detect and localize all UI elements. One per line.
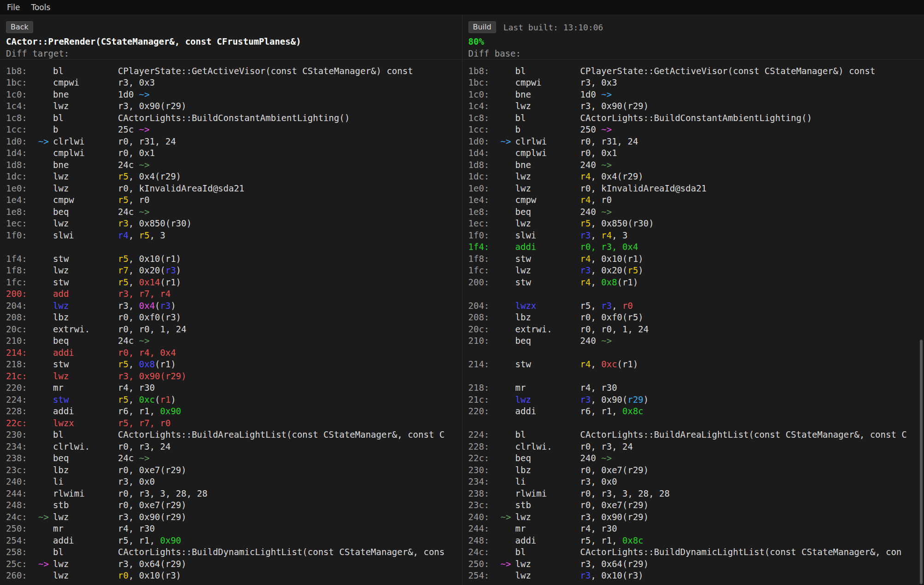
asm-operand-token: r5, r1, xyxy=(580,535,623,545)
asm-operand-token: r0, kInvalidAreaId@sda21 xyxy=(118,183,245,193)
asm-row[interactable]: 224:stwr5, 0xc(r1) xyxy=(6,394,462,405)
asm-row[interactable]: 260:lwzr0, 0x10(r3) xyxy=(6,570,462,582)
asm-row[interactable]: 1c4:lwzr3, 0x90(r29) xyxy=(6,100,462,112)
asm-row[interactable]: 1f0:slwir3, r4, 3 xyxy=(468,229,924,241)
asm-row[interactable]: 1c0:bne1d0 ~> xyxy=(468,88,924,100)
asm-row[interactable]: 1c4:lwzr3, 0x90(r29) xyxy=(468,100,924,112)
asm-row[interactable]: 218:mrr4, r30 xyxy=(468,382,924,394)
asm-row[interactable]: 214:stwr4, 0xc(r1) xyxy=(468,359,924,371)
asm-row[interactable]: 1e4:cmpwr5, r0 xyxy=(6,194,462,206)
match-percent: 80% xyxy=(468,36,484,46)
asm-row[interactable]: 24c:blCActorLights::BuildDynamicLightLis… xyxy=(468,546,924,558)
asm-row[interactable]: 1f4:stwr5, 0x10(r1) xyxy=(6,253,462,265)
asm-row[interactable]: 254:addir5, r1, 0x90 xyxy=(6,534,462,546)
asm-row[interactable]: 204:lwzxr5, r3, r0 xyxy=(468,300,924,312)
asm-operand-token: , r0 xyxy=(129,195,150,205)
asm-row[interactable]: 250:~>lwzr3, 0x64(r29) xyxy=(468,558,924,570)
asm-row[interactable]: 1ec:lwzr5, 0x850(r30) xyxy=(468,218,924,230)
asm-row[interactable]: 218:stwr5, 0x8(r1) xyxy=(6,359,462,371)
build-button[interactable]: Build xyxy=(468,21,496,33)
asm-row[interactable]: 20c:extrwi.r0, r0, 1, 24 xyxy=(6,323,462,335)
asm-row[interactable]: 1b8:blCPlayerState::GetActiveVisor(const… xyxy=(468,65,924,77)
asm-row[interactable]: 228:addir6, r1, 0x90 xyxy=(6,405,462,417)
asm-row[interactable]: 1e0:lwzr0, kInvalidAreaId@sda21 xyxy=(6,182,462,194)
asm-row[interactable]: 25c:~>lwzr3, 0x64(r29) xyxy=(6,558,462,570)
scrollbar-thumb[interactable] xyxy=(920,340,923,584)
asm-row[interactable]: 1d8:bne24c ~> xyxy=(6,159,462,171)
asm-row[interactable]: 220:addir6, r1, 0x8c xyxy=(468,405,924,417)
asm-row[interactable]: 1f0:slwir4, r5, 3 xyxy=(6,229,462,241)
asm-row[interactable]: 248:stbr0, 0xe7(r29) xyxy=(6,499,462,511)
asm-row[interactable]: 1e8:beq24c ~> xyxy=(6,206,462,218)
asm-row[interactable]: 1e0:lwzr0, kInvalidAreaId@sda21 xyxy=(468,182,924,194)
asm-row[interactable]: 1d4:cmplwir0, 0x1 xyxy=(468,147,924,159)
asm-row[interactable]: 1fc:stwr5, 0x14(r1) xyxy=(6,276,462,288)
asm-row[interactable]: 1ec:lwzr3, 0x850(r30) xyxy=(6,218,462,230)
asm-row[interactable]: 248:addir5, r1, 0x8c xyxy=(468,534,924,546)
menu-item-file[interactable]: File xyxy=(7,3,20,12)
asm-row[interactable]: 1f8:stwr4, 0x10(r1) xyxy=(468,253,924,265)
asm-row[interactable]: 1bc:cmpwir3, 0x3 xyxy=(6,77,462,89)
asm-row[interactable]: 238:rlwimir0, r3, 3, 28, 28 xyxy=(468,487,924,499)
asm-row[interactable]: 240:~>lwzr3, 0x90(r29) xyxy=(468,511,924,523)
asm-row[interactable]: 230:lbzr0, 0xe7(r29) xyxy=(468,464,924,476)
asm-row[interactable]: 240:lir3, 0x0 xyxy=(6,476,462,488)
asm-row[interactable]: 1c0:bne1d0 ~> xyxy=(6,88,462,100)
asm-row[interactable]: 230:blCActorLights::BuildAreaLightList(c… xyxy=(6,429,462,441)
asm-row[interactable]: 258:blCActorLights::BuildDynamicLightLis… xyxy=(6,546,462,558)
menu-item-tools[interactable]: Tools xyxy=(31,3,50,12)
asm-row[interactable]: 1fc:lwzr3, 0x20(r5) xyxy=(468,265,924,277)
asm-row[interactable]: 23c:stbr0, 0xe7(r29) xyxy=(468,499,924,511)
asm-operands: r5, 0x10(r1) xyxy=(118,254,181,264)
asm-row[interactable]: 1cc:b25c ~> xyxy=(6,124,462,136)
asm-operand-token: , xyxy=(591,277,601,287)
asm-row[interactable]: 20c:extrwi.r0, r0, 1, 24 xyxy=(468,323,924,335)
asm-row[interactable]: 1e4:cmpwr4, r0 xyxy=(468,194,924,206)
asm-row[interactable]: 24c:~>lwzr3, 0x90(r29) xyxy=(6,511,462,523)
asm-row[interactable]: 23c:lbzr0, 0xe7(r29) xyxy=(6,464,462,476)
asm-operand-token: ~> xyxy=(139,160,150,170)
asm-row[interactable]: 1dc:lwzr5, 0x4(r29) xyxy=(6,171,462,183)
asm-row[interactable]: 22c:lwzxr5, r7, r0 xyxy=(6,417,462,429)
asm-row[interactable]: 22c:beq240 ~> xyxy=(468,452,924,464)
asm-row[interactable]: 250:mrr4, r30 xyxy=(6,523,462,535)
asm-row[interactable]: 1b8:blCPlayerState::GetActiveVisor(const… xyxy=(6,65,462,77)
asm-row[interactable]: 220:mrr4, r30 xyxy=(6,382,462,394)
asm-row[interactable]: 210:beq240 ~> xyxy=(468,335,924,347)
asm-operand-token: r5 xyxy=(118,171,129,181)
asm-row[interactable]: 214:addir0, r4, 0x4 xyxy=(6,347,462,359)
asm-row[interactable]: 228:clrlwi.r0, r3, 24 xyxy=(468,440,924,452)
asm-row[interactable]: 208:lbzr0, 0xf0(r5) xyxy=(468,312,924,324)
asm-row[interactable]: 21c:lwzr3, 0x90(r29) xyxy=(468,394,924,405)
asm-row[interactable]: 1e8:beq240 ~> xyxy=(468,206,924,218)
asm-row[interactable]: 234:clrlwi.r0, r3, 24 xyxy=(6,440,462,452)
asm-row[interactable]: 1d4:cmplwir0, 0x1 xyxy=(6,147,462,159)
asm-row[interactable]: 200:addr3, r7, r4 xyxy=(6,288,462,300)
asm-mnemonic: stw xyxy=(515,359,580,369)
asm-row[interactable]: 208:lbzr0, 0xf0(r3) xyxy=(6,312,462,324)
asm-row[interactable]: 1cc:b250 ~> xyxy=(468,124,924,136)
asm-row[interactable]: 1d8:bne240 ~> xyxy=(468,159,924,171)
asm-row[interactable]: 234:lir3, 0x0 xyxy=(468,476,924,488)
asm-row[interactable]: 1dc:lwzr4, 0x4(r29) xyxy=(468,171,924,183)
asm-row[interactable]: 200:stwr4, 0x8(r1) xyxy=(468,276,924,288)
asm-row[interactable]: 244:mrr4, r30 xyxy=(468,523,924,535)
asm-row[interactable]: 204:lwzr3, 0x4(r3) xyxy=(6,300,462,312)
asm-row[interactable]: 21c:lwzr3, 0x90(r29) xyxy=(6,370,462,382)
asm-row[interactable]: 1bc:cmpwir3, 0x3 xyxy=(468,77,924,89)
asm-row[interactable]: 1f8:lwzr7, 0x20(r3) xyxy=(6,265,462,277)
asm-row[interactable]: 210:beq24c ~> xyxy=(6,335,462,347)
asm-row[interactable]: 224:blCActorLights::BuildAreaLightList(c… xyxy=(468,429,924,441)
asm-row[interactable]: 1c8:blCActorLights::BuildConstantAmbient… xyxy=(6,112,462,124)
asm-row[interactable]: 238:beq24c ~> xyxy=(6,452,462,464)
asm-address: 22c: xyxy=(6,418,38,428)
asm-row[interactable]: 1f4:addir0, r3, 0x4 xyxy=(468,241,924,253)
asm-row[interactable]: 1d0:~>clrlwir0, r31, 24 xyxy=(6,135,462,147)
asm-row[interactable]: 1d0:~>clrlwir0, r31, 24 xyxy=(468,135,924,147)
back-button[interactable]: Back xyxy=(6,21,33,33)
asm-operand-token: r5 xyxy=(139,230,150,240)
asm-row[interactable]: 1c8:blCActorLights::BuildConstantAmbient… xyxy=(468,112,924,124)
asm-row[interactable]: 244:rlwimir0, r3, 3, 28, 28 xyxy=(6,487,462,499)
asm-row[interactable]: 254:lwzr3, 0x10(r3) xyxy=(468,570,924,582)
asm-address: 208: xyxy=(468,312,501,322)
